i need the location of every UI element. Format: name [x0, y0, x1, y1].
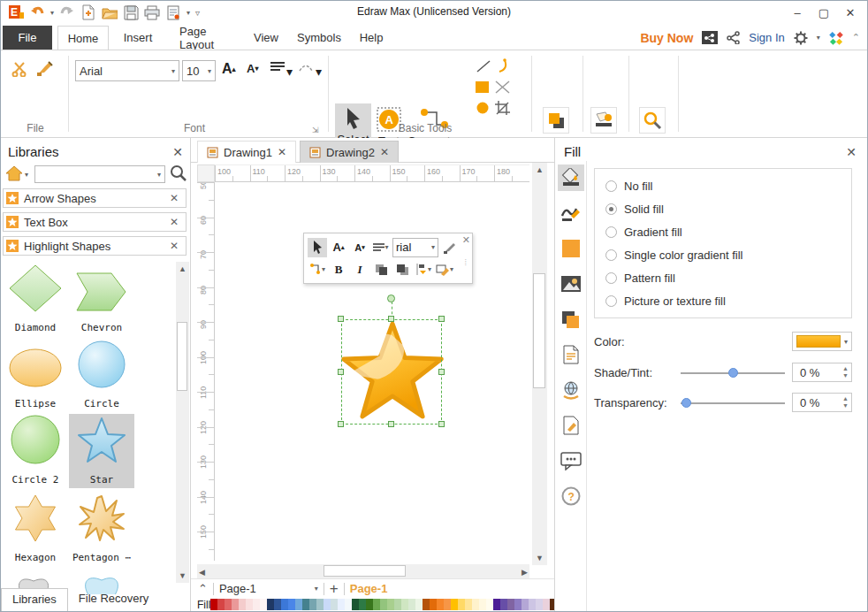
hscroll-thumb[interactable] [324, 565, 406, 577]
tab-page-layout[interactable]: Page Layout [167, 26, 240, 50]
mini-align-icon[interactable]: ▾ [371, 238, 391, 257]
palette-swatch[interactable] [522, 599, 529, 610]
palette-swatch[interactable] [507, 599, 514, 610]
radio-button[interactable] [605, 249, 617, 261]
vscroll-down-icon[interactable]: ▼ [532, 554, 547, 562]
cut-icon[interactable] [11, 61, 29, 77]
palette-swatch[interactable] [246, 599, 253, 610]
palette-swatch[interactable] [331, 599, 338, 610]
hyperlink-globe-icon[interactable] [558, 377, 584, 403]
mini-bring-forward-icon[interactable] [371, 260, 391, 279]
palette-swatch[interactable] [260, 599, 267, 610]
tab-view[interactable]: View [245, 26, 287, 50]
fill-option-gradient-fill[interactable]: Gradient fill [605, 226, 682, 239]
mini-align-shapes-icon[interactable]: ▾ [414, 260, 433, 279]
palette-swatch[interactable] [536, 599, 543, 610]
text-arc-icon[interactable] [298, 61, 314, 73]
palette-swatch[interactable] [486, 599, 493, 610]
radio-button[interactable] [605, 272, 617, 284]
palette-swatch[interactable] [366, 599, 373, 610]
line-style-icon[interactable] [558, 200, 584, 226]
mini-connector-icon[interactable]: ▾ [308, 260, 327, 279]
mini-toolbar-grip[interactable]: ⁞ [464, 258, 468, 267]
palette-swatch[interactable] [465, 599, 472, 610]
scroll-down-icon[interactable]: ▼ [176, 571, 189, 580]
font-family-select[interactable]: Arial▾ [75, 60, 179, 81]
shape-item-diamond[interactable]: Diamond [3, 262, 68, 336]
decrease-font-icon[interactable]: A▾ [247, 62, 258, 75]
library-home-icon[interactable] [4, 164, 24, 182]
palette-swatch[interactable] [359, 599, 366, 610]
vscroll-thumb[interactable] [533, 273, 545, 388]
vscroll-up-icon[interactable]: ▲ [532, 165, 547, 174]
palette-swatch[interactable] [302, 599, 309, 610]
page-select[interactable]: Page-1 [219, 582, 256, 595]
font-dialog-launcher[interactable]: ⇲ [312, 126, 319, 134]
library-section-close-icon[interactable]: ✕ [170, 216, 179, 228]
cross-tool-icon[interactable] [495, 80, 510, 94]
palette-swatch[interactable] [288, 599, 295, 610]
ellipse-tool-icon[interactable] [476, 102, 490, 115]
shape-item-pentagon[interactable]: Pentagon ⋯ [69, 492, 134, 566]
fill-panel-close-icon[interactable]: ✕ [846, 145, 857, 159]
radio-button[interactable] [605, 203, 617, 215]
palette-swatch[interactable] [210, 599, 217, 610]
palette-swatch[interactable] [529, 599, 536, 610]
mini-format-painter-icon[interactable] [440, 238, 460, 257]
palette-swatch[interactable] [309, 599, 316, 610]
vertical-scrollbar[interactable]: ▲ ▼ [532, 163, 547, 565]
shadow-icon[interactable] [558, 306, 584, 333]
mini-italic-button[interactable]: I [350, 260, 369, 279]
mini-send-backward-icon[interactable] [392, 260, 412, 279]
settings-gear-icon[interactable] [794, 31, 808, 45]
note-icon[interactable] [558, 412, 584, 439]
collapse-ribbon-icon[interactable]: ⌃ [852, 32, 860, 43]
crop-tool-icon[interactable] [495, 101, 510, 115]
page-setup-icon[interactable] [558, 341, 584, 368]
document-tab-close-icon[interactable]: ✕ [278, 146, 286, 158]
resize-handle-s[interactable] [388, 421, 394, 427]
palette-swatch[interactable] [430, 599, 437, 610]
fill-option-pattern-fill[interactable]: Pattern fill [605, 272, 675, 285]
fill-option-single-color-gradient-fill[interactable]: Single color gradient fill [605, 249, 742, 262]
arc-tool-icon[interactable] [496, 58, 510, 73]
shade-spin-up[interactable]: ▲ [842, 365, 849, 372]
tab-file[interactable]: File [3, 26, 52, 50]
panel-tab-libraries[interactable]: Libraries [1, 588, 68, 611]
minimize-button[interactable]: – [784, 1, 811, 24]
hscroll-left-icon[interactable]: ◀ [199, 568, 205, 577]
library-section-highlight-shapes[interactable]: Highlight Shapes✕ [3, 236, 187, 256]
fill-option-picture-or-texture-fill[interactable]: Picture or texture fill [605, 295, 726, 308]
palette-swatch[interactable] [401, 599, 408, 610]
resize-handle-w[interactable] [338, 369, 344, 375]
close-button[interactable]: ✕ [837, 1, 864, 24]
shade-spinbox[interactable]: 0 %▲▼ [792, 363, 852, 382]
palette-swatch[interactable] [324, 599, 331, 610]
shape-item-star[interactable]: Star [69, 414, 134, 488]
palette-swatch[interactable] [373, 599, 380, 610]
library-home-dropdown[interactable]: ▾ [25, 171, 28, 179]
palette-swatch[interactable] [423, 599, 430, 610]
color-square-icon[interactable] [558, 235, 584, 262]
libraries-close-icon[interactable]: ✕ [172, 145, 183, 159]
palette-swatch[interactable] [415, 599, 423, 610]
palette-swatch[interactable] [514, 599, 522, 610]
mini-increase-font[interactable]: A▴ [329, 238, 348, 257]
transparency-spin-down[interactable]: ▼ [842, 402, 849, 409]
help-icon[interactable]: ? [558, 483, 584, 509]
fill-option-solid-fill[interactable]: Solid fill [605, 203, 664, 216]
fill-option-no-fill[interactable]: No fill [605, 180, 653, 193]
maximize-button[interactable]: ▢ [811, 1, 837, 24]
shape-item-circle2[interactable]: Circle 2 [3, 414, 68, 488]
horizontal-scrollbar[interactable]: ◀ ▶ [197, 564, 529, 578]
palette-swatch[interactable] [437, 599, 444, 610]
align-text-icon[interactable] [270, 61, 285, 73]
page-select-dropdown[interactable]: ▾ [315, 585, 318, 593]
palette-swatch[interactable] [444, 599, 451, 610]
buy-now-link[interactable]: Buy Now [640, 31, 693, 45]
mini-font-select[interactable]: rial▾ [392, 238, 438, 257]
palette-swatch[interactable] [458, 599, 465, 610]
library-section-arrow-shapes[interactable]: Arrow Shapes✕ [3, 188, 187, 208]
document-tab-drawing2[interactable]: Drawing2✕ [300, 141, 399, 163]
palette-swatch[interactable] [387, 599, 394, 610]
